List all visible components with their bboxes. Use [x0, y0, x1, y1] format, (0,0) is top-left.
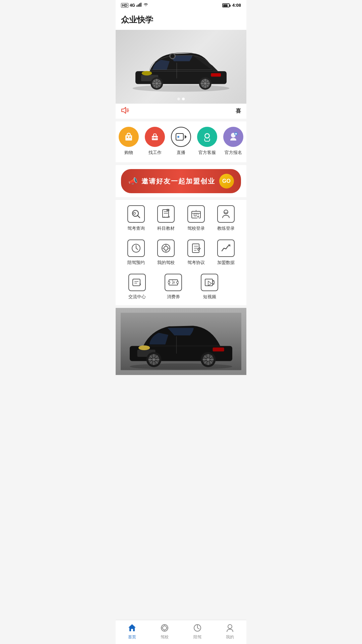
- func-coach-login[interactable]: 教练登录: [213, 205, 239, 231]
- join-data-icon: [217, 239, 235, 257]
- svg-rect-78: [133, 279, 140, 286]
- svg-point-83: [177, 281, 179, 283]
- school-login-label: 驾校登录: [187, 225, 205, 231]
- network-badge: 4G: [130, 3, 135, 8]
- func-school-login[interactable]: 驾校登录: [183, 205, 209, 231]
- hero-banner[interactable]: [116, 30, 246, 104]
- banner-car-image: [116, 30, 246, 104]
- func-exam-protocol[interactable]: 驾考协议: [183, 239, 209, 266]
- menu-item-shopping[interactable]: 购物: [119, 127, 139, 156]
- short-video-label: 短视频: [203, 294, 216, 300]
- exchange-icon: [128, 274, 146, 291]
- svg-line-62: [225, 212, 225, 213]
- invite-banner-container[interactable]: 📣 邀请好友一起加盟创业 GO: [116, 165, 246, 197]
- svg-rect-86: [205, 279, 213, 286]
- invite-text: 邀请好友一起加盟创业: [141, 177, 215, 186]
- svg-line-67: [136, 248, 138, 250]
- status-right: 4:08: [222, 3, 241, 8]
- menu-item-register[interactable]: 官方报名: [223, 127, 243, 156]
- svg-rect-3: [140, 3, 141, 7]
- svg-marker-87: [208, 281, 212, 286]
- svg-line-63: [227, 212, 227, 213]
- svg-point-61: [224, 210, 228, 214]
- battery-icon: [222, 3, 230, 7]
- svg-point-69: [164, 246, 168, 250]
- signal-icon: [136, 3, 142, 8]
- megaphone-icon: 📣: [128, 177, 137, 185]
- invite-button[interactable]: 📣 邀请好友一起加盟创业 GO: [121, 169, 241, 193]
- app-title: 众业快学: [116, 10, 246, 30]
- service-label: 官方客服: [198, 150, 216, 156]
- ann-right-char: 喜: [236, 108, 241, 115]
- svg-rect-31: [127, 137, 128, 138]
- exam-query-icon: [127, 205, 145, 223]
- svg-point-46: [133, 212, 135, 214]
- exchange-label: 交流中心: [128, 294, 146, 300]
- svg-rect-35: [154, 137, 156, 139]
- svg-rect-0: [136, 5, 137, 7]
- coach-login-icon: [217, 205, 235, 223]
- textbook-label: 科目教材: [157, 225, 175, 231]
- my-school-icon: [157, 239, 175, 257]
- func-row-3: 交流中心 券 消费券: [121, 274, 241, 300]
- menu-item-live[interactable]: 直播: [171, 127, 191, 156]
- banner-dots: [177, 98, 185, 100]
- school-login-icon: [187, 205, 205, 223]
- short-video-icon: [201, 274, 218, 291]
- svg-point-40: [205, 134, 209, 138]
- svg-rect-95: [213, 347, 224, 352]
- shopping-icon: [119, 127, 139, 147]
- menu-item-service[interactable]: 官方客服: [197, 127, 217, 156]
- func-coupon[interactable]: 券 消费券: [160, 274, 187, 300]
- svg-marker-26: [122, 107, 126, 113]
- svg-rect-1: [138, 4, 139, 7]
- svg-rect-32: [129, 137, 131, 138]
- func-short-video[interactable]: 短视频: [196, 274, 223, 300]
- exam-protocol-icon: [187, 239, 205, 257]
- textbook-icon: [157, 205, 175, 223]
- shopping-label: 购物: [124, 150, 133, 156]
- svg-point-7: [142, 71, 152, 75]
- announcement-bar: 喜: [116, 104, 246, 119]
- status-left: HD 4G: [121, 3, 148, 8]
- func-textbook[interactable]: 科目教材: [153, 205, 179, 231]
- escort-book-label: 陪驾预约: [127, 260, 145, 266]
- exam-protocol-label: 驾考协议: [187, 260, 205, 266]
- join-data-label: 加盟数据: [217, 260, 235, 266]
- my-school-label: 我的驾校: [157, 260, 175, 266]
- job-icon: [145, 127, 165, 147]
- go-button[interactable]: GO: [219, 174, 234, 189]
- exam-query-label: 驾考查询: [127, 225, 145, 231]
- menu-item-job[interactable]: 找工作: [145, 127, 165, 156]
- register-icon: [223, 127, 243, 147]
- func-escort-book[interactable]: 陪驾预约: [123, 239, 149, 266]
- svg-line-47: [137, 215, 140, 218]
- svg-rect-36: [176, 133, 183, 140]
- wifi-icon: [143, 3, 148, 8]
- time-display: 4:08: [232, 3, 241, 8]
- func-exchange[interactable]: 交流中心: [124, 274, 150, 300]
- func-exam-query[interactable]: 驾考查询: [123, 205, 149, 231]
- svg-rect-30: [125, 135, 132, 141]
- func-my-school[interactable]: 我的驾校: [153, 239, 179, 266]
- func-row-2: 陪驾预约 我的驾校: [121, 239, 241, 266]
- svg-point-94: [138, 345, 150, 350]
- service-icon: [197, 127, 217, 147]
- quick-menu: 购物 找工作 直播: [116, 121, 246, 162]
- svg-rect-2: [139, 3, 140, 7]
- second-banner: [116, 308, 246, 375]
- svg-marker-38: [185, 135, 187, 139]
- speaker-icon: [121, 107, 129, 115]
- status-bar: HD 4G 4:08: [116, 0, 246, 10]
- svg-point-82: [168, 281, 170, 283]
- dot-2: [182, 98, 185, 100]
- svg-point-37: [177, 136, 179, 138]
- svg-point-91: [130, 364, 232, 370]
- svg-rect-8: [211, 73, 221, 76]
- live-label: 直播: [177, 150, 185, 156]
- function-grid: 驾考查询 科目教材: [116, 200, 246, 305]
- dot-1: [177, 98, 180, 100]
- hd-badge: HD: [121, 3, 128, 8]
- coach-login-label: 教练登录: [217, 225, 235, 231]
- func-join-data[interactable]: 加盟数据: [213, 239, 239, 266]
